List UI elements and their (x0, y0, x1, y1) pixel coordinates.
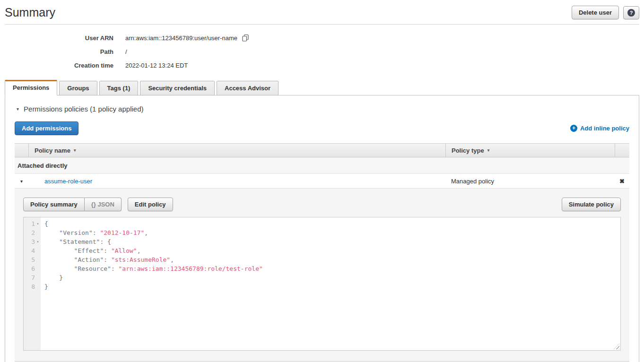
tab-tags[interactable]: Tags (1) (99, 81, 139, 95)
sort-caret-icon: ▾ (74, 148, 76, 153)
user-arn-row: User ARN arn:aws:iam::123456789:user/use… (0, 34, 644, 42)
creation-time-label: Creation time (0, 62, 113, 69)
line-number: 6 (31, 264, 35, 273)
attached-directly-group-row: Attached directly (15, 157, 629, 174)
code-line: "Effect": "Allow", (44, 246, 620, 255)
fold-caret-icon[interactable]: ▾ (35, 237, 41, 246)
simulate-policy-button[interactable]: Simulate policy (562, 198, 621, 211)
line-number: 3 (31, 237, 35, 246)
line-number: 2 (31, 228, 35, 237)
line-number: 1 (31, 219, 35, 228)
path-label: Path (0, 48, 113, 56)
row-expander-caret-icon[interactable]: ▾ (15, 179, 28, 184)
tab-security-credentials[interactable]: Security credentials (140, 81, 215, 95)
policy-type-value: Managed policy (445, 178, 615, 185)
code-line: { (44, 219, 620, 228)
tab-groups[interactable]: Groups (59, 81, 97, 95)
path-value: / (125, 48, 127, 56)
editor-code-area: { "Version": "2012-10-17", "Statement": … (41, 217, 620, 350)
creation-time-row: Creation time 2022-01-12 13:24 EDT (0, 62, 644, 69)
add-inline-policy-label: Add inline policy (580, 125, 629, 132)
json-policy-editor[interactable]: 1▾ 2 3▾ 4 5 6 7 8 { "Version": "2012-10-… (23, 217, 621, 351)
sort-caret-icon: ▾ (487, 148, 490, 153)
policy-detail-panel: Policy summary {} JSON Edit policy Simul… (15, 189, 629, 362)
policy-type-header-label: Policy type (452, 147, 484, 154)
column-header-policy-name[interactable]: Policy name ▾ (28, 144, 445, 157)
policy-view-segmented-control: Policy summary {} JSON (23, 198, 122, 211)
detach-policy-icon[interactable]: ✖ (615, 178, 629, 185)
policies-table-header: Policy name ▾ Policy type ▾ (15, 143, 629, 157)
header-actions: Delete user ? (572, 6, 639, 19)
code-line: "Version": "2012-10-17", (44, 228, 620, 237)
user-details: User ARN arn:aws:iam::123456789:user/use… (0, 25, 644, 80)
user-arn-label: User ARN (0, 34, 113, 42)
user-arn-value: arn:aws:iam::123456789:user/user-name (125, 34, 237, 42)
help-icon: ? (627, 9, 635, 17)
permissions-toolbar: Add permissions + Add inline policy (15, 121, 629, 135)
help-button[interactable]: ? (623, 6, 639, 19)
policy-table-row: ▾ assume-role-user Managed policy ✖ (15, 174, 629, 189)
permissions-policies-expander[interactable]: ▾ Permissions policies (1 policy applied… (17, 105, 629, 113)
tab-access-advisor[interactable]: Access Advisor (217, 81, 278, 95)
line-number: 8 (31, 282, 35, 291)
path-row: Path / (0, 48, 644, 56)
policy-summary-button[interactable]: Policy summary (23, 198, 85, 211)
add-permissions-button[interactable]: Add permissions (15, 121, 78, 135)
delete-user-button[interactable]: Delete user (572, 6, 619, 19)
plus-icon: + (570, 125, 577, 132)
policies-table: Policy name ▾ Policy type ▾ Attached dir… (15, 143, 629, 362)
page-header: Summary Delete user ? (0, 0, 644, 24)
column-header-policy-type[interactable]: Policy type ▾ (445, 144, 615, 157)
policy-name-link[interactable]: assume-role-user (28, 178, 445, 185)
code-line: } (44, 273, 620, 282)
page-title: Summary (5, 6, 55, 19)
fold-caret-icon[interactable]: ▾ (35, 219, 41, 228)
policy-detail-toolbar: Policy summary {} JSON Edit policy Simul… (23, 198, 621, 211)
edit-policy-button[interactable]: Edit policy (128, 198, 173, 211)
copy-icon (242, 34, 249, 42)
permissions-tab-panel: ▾ Permissions policies (1 policy applied… (5, 95, 639, 362)
policy-name-header-label: Policy name (35, 147, 70, 154)
iam-user-summary-page: Summary Delete user ? User ARN arn:aws:i… (0, 0, 644, 362)
line-number: 5 (31, 255, 35, 264)
code-line: "Statement": { (44, 237, 620, 246)
code-line: "Resource": "arn:aws:iam::123456789:role… (44, 264, 620, 273)
header-actions-column (615, 144, 629, 157)
json-view-button[interactable]: {} JSON (85, 198, 122, 211)
tab-permissions[interactable]: Permissions (5, 80, 57, 95)
permissions-policies-title: Permissions policies (1 policy applied) (24, 105, 143, 113)
creation-time-value: 2022-01-12 13:24 EDT (125, 62, 188, 69)
section-caret-icon: ▾ (17, 107, 19, 112)
header-expander-column (15, 144, 28, 157)
editor-line-number-gutter: 1▾ 2 3▾ 4 5 6 7 8 (24, 217, 41, 350)
code-line: "Action": "sts:AssumeRole", (44, 255, 620, 264)
code-line: } (44, 282, 620, 291)
line-number: 7 (31, 273, 35, 282)
copy-arn-button[interactable] (242, 34, 249, 42)
add-inline-policy-link[interactable]: + Add inline policy (570, 125, 629, 132)
tab-bar: Permissions Groups Tags (1) Security cre… (5, 80, 639, 95)
line-number: 4 (31, 246, 35, 255)
